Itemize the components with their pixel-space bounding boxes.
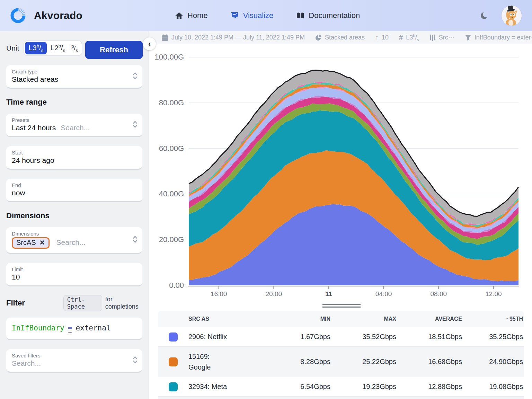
chevron-updown-icon bbox=[133, 356, 138, 365]
unit-option-l3bps[interactable]: L3b/s bbox=[25, 42, 47, 54]
toolbar-filter: InIfBoundary = exter··· bbox=[465, 34, 532, 41]
brand: Akvorado bbox=[0, 7, 145, 24]
start-input[interactable]: Start 24 hours ago bbox=[6, 146, 142, 170]
nav-item-visualize[interactable]: Visualize bbox=[231, 11, 274, 20]
start-value: 24 hours ago bbox=[12, 156, 137, 165]
svg-text:16:00: 16:00 bbox=[211, 290, 227, 298]
book-icon bbox=[296, 11, 304, 20]
stats-table-header: SRC AS MIN MAX AVERAGE ~95TH bbox=[158, 311, 524, 327]
start-label: Start bbox=[12, 150, 137, 156]
saved-filters-label: Saved filters bbox=[12, 353, 137, 358]
toolbar-date-range: July 10, 2022 1:49 PM — July 11, 2022 1:… bbox=[161, 34, 305, 41]
presets-label: Presets bbox=[12, 117, 137, 123]
nav-item-documentation[interactable]: Documentation bbox=[296, 11, 360, 20]
nav-label-home: Home bbox=[187, 11, 208, 20]
end-value: now bbox=[12, 189, 137, 197]
filter-field: InIfBoundary bbox=[12, 324, 64, 332]
svg-text:100.00G: 100.00G bbox=[155, 53, 184, 61]
toolbar-graph-type: Stacked areas bbox=[315, 34, 365, 41]
graph-type-label: Graph type bbox=[12, 69, 137, 74]
cell-min: 8.28Gbps bbox=[268, 358, 330, 366]
toolbar-limit: ↑ 10 bbox=[375, 34, 389, 42]
limit-input[interactable]: Limit 10 bbox=[6, 263, 142, 286]
cell-average: 16.68Gbps bbox=[396, 358, 462, 366]
chart-summary-toolbar: July 10, 2022 1:49 PM — July 11, 2022 1:… bbox=[149, 31, 532, 44]
end-input[interactable]: End now bbox=[6, 179, 142, 202]
end-label: End bbox=[12, 182, 137, 188]
cell-src-as: 32934: Meta bbox=[188, 381, 268, 392]
remove-dimension-icon[interactable]: ✕ bbox=[39, 239, 45, 247]
dimensions-label: Dimensions bbox=[12, 231, 137, 237]
akvorado-logo-icon bbox=[10, 7, 26, 24]
cell-95th: 24.90Gbps bbox=[462, 358, 524, 366]
cell-max: 19.23Gbps bbox=[330, 383, 396, 391]
svg-text:80.00G: 80.00G bbox=[159, 98, 184, 107]
time-range-heading: Time range bbox=[6, 98, 142, 107]
table-row[interactable]: 32934: Meta6.54Gbps19.23Gbps12.88Gbps19.… bbox=[158, 377, 524, 397]
limit-value: 10 bbox=[12, 273, 137, 281]
filter-operator: = bbox=[68, 324, 72, 333]
nav-label-visualize: Visualize bbox=[243, 11, 274, 20]
chevron-updown-icon bbox=[133, 72, 138, 81]
svg-text:20:00: 20:00 bbox=[265, 290, 282, 298]
cell-max: 25.22Gbps bbox=[330, 358, 396, 366]
table-row[interactable]: 2906: Netflix1.67Gbps35.52Gbps18.51Gbps3… bbox=[158, 327, 524, 347]
presets-search-placeholder[interactable]: Search... bbox=[61, 124, 90, 132]
dimensions-select[interactable]: Dimensions SrcAS ✕ Search... bbox=[6, 227, 142, 254]
cell-average: 12.88Gbps bbox=[396, 383, 462, 391]
saved-filters-placeholder: Search... bbox=[12, 359, 137, 367]
cell-95th: 19.08Gbps bbox=[462, 383, 524, 391]
dimension-tag-srcas[interactable]: SrcAS ✕ bbox=[12, 237, 50, 249]
dimensions-heading: Dimensions bbox=[6, 211, 142, 220]
cell-min: 1.67Gbps bbox=[268, 333, 330, 341]
svg-text:0.00: 0.00 bbox=[169, 281, 184, 290]
toolbar-dimensions: Src··· bbox=[429, 34, 454, 41]
stacked-area-chart[interactable]: 0.0020.00G40.00G60.00G80.00G100.00G16:00… bbox=[149, 44, 532, 311]
col-max: MAX bbox=[330, 316, 396, 322]
dimension-tag-label: SrcAS bbox=[16, 239, 36, 247]
calendar-icon bbox=[161, 34, 168, 41]
filter-editor[interactable]: InIfBoundary=external bbox=[6, 318, 142, 340]
home-icon bbox=[175, 11, 183, 20]
ctrl-space-kbd: Ctrl-Space bbox=[64, 295, 102, 311]
sort-arrows-icon bbox=[429, 34, 436, 41]
svg-text:11: 11 bbox=[325, 290, 332, 298]
cell-average: 18.51Gbps bbox=[396, 333, 462, 341]
cell-95th: 35.25Gbps bbox=[462, 333, 524, 341]
cell-min: 6.54Gbps bbox=[268, 383, 330, 391]
user-avatar[interactable] bbox=[502, 6, 522, 26]
unit-option-l2bps[interactable]: L2b/s bbox=[47, 42, 69, 54]
graph-type-select[interactable]: Graph type Stacked areas bbox=[6, 65, 142, 89]
sidebar-collapse-button[interactable]: ‹ bbox=[143, 37, 156, 50]
unit-toggle: L3b/s L2b/s p/s bbox=[24, 41, 82, 55]
presets-select[interactable]: Presets Last 24 hoursSearch... bbox=[6, 114, 142, 137]
col-average: AVERAGE bbox=[396, 316, 462, 322]
svg-text:20.00G: 20.00G bbox=[159, 235, 184, 244]
funnel-icon bbox=[465, 34, 471, 41]
chevron-updown-icon bbox=[133, 235, 138, 245]
nav-item-home[interactable]: Home bbox=[175, 11, 208, 20]
svg-text:40.00G: 40.00G bbox=[159, 189, 184, 198]
series-color-swatch bbox=[169, 332, 178, 342]
arrow-up-icon: ↑ bbox=[375, 34, 379, 42]
dimensions-search-placeholder[interactable]: Search... bbox=[56, 238, 85, 246]
top-navbar: Akvorado Home Visualize Documentation bbox=[0, 0, 532, 31]
svg-text:60.00G: 60.00G bbox=[159, 144, 184, 153]
presets-value: Last 24 hours bbox=[12, 124, 56, 132]
dark-mode-moon-icon[interactable] bbox=[479, 10, 490, 21]
saved-filters-select[interactable]: Saved filters Search... bbox=[6, 349, 142, 373]
filter-kbd-suffix: for completions bbox=[105, 296, 142, 310]
cell-max: 35.52Gbps bbox=[330, 333, 396, 341]
options-sidebar: Unit L3b/s L2b/s p/s Refresh Graph type … bbox=[0, 31, 149, 399]
presentation-chart-icon bbox=[231, 11, 239, 20]
svg-text:04:00: 04:00 bbox=[375, 290, 392, 298]
col-min: MIN bbox=[268, 316, 330, 322]
toolbar-unit: # L3b/s bbox=[399, 33, 419, 42]
nav-label-documentation: Documentation bbox=[309, 11, 360, 20]
table-row[interactable]: 15169: Google8.28Gbps25.22Gbps16.68Gbps2… bbox=[158, 347, 524, 377]
main-panel: July 10, 2022 1:49 PM — July 11, 2022 1:… bbox=[149, 31, 532, 399]
app-title: Akvorado bbox=[34, 10, 82, 21]
unit-option-pps[interactable]: p/s bbox=[69, 42, 81, 54]
graph-type-value: Stacked areas bbox=[12, 75, 137, 83]
refresh-button[interactable]: Refresh bbox=[85, 41, 143, 59]
